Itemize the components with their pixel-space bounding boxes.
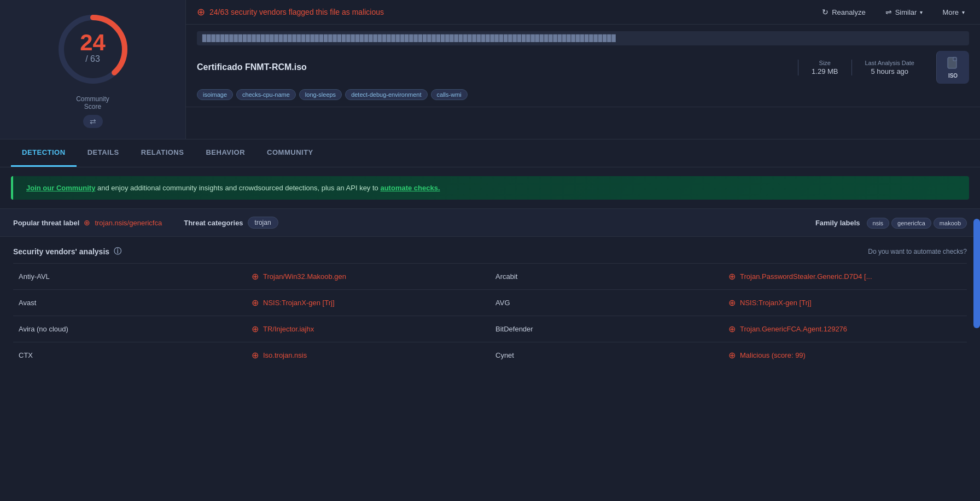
vendor-name-left: CTX [13,351,252,359]
score-text: 24 / 63 [80,31,106,64]
top-bar: 24 / 63 CommunityScore ⇄ ⊕ 24/63 securit… [0,0,980,139]
similar-button[interactable]: ⇌ Similar ▾ [881,5,928,19]
warning-icon: ⊕ [728,298,736,308]
warning-icon: ⊕ [728,324,736,334]
vendor-detection-text-right: Trojan.GenericFCA.Agent.129276 [740,325,847,333]
tab-detection[interactable]: DETECTION [11,139,77,167]
file-details: ████████████████████████████████████████… [186,25,980,107]
reanalyze-button[interactable]: ↻ Reanalyze [818,5,870,19]
automate-checks-link[interactable]: automate checks. [380,184,440,192]
banner-text1: and enjoy additional community insights … [97,184,380,192]
warning-icon: ⊕ [252,350,259,360]
tab-behavior[interactable]: BEHAVIOR [195,139,256,167]
vendor-name-right: Arcabit [490,272,728,281]
file-size-value: 1.29 MB [812,67,838,75]
vendor-detection-left: ⊕ NSIS:TrojanX-gen [Trj] [252,298,490,308]
alert-text: 24/63 security vendors flagged this file… [209,8,384,16]
similar-label: Similar [895,8,917,16]
tab-relations[interactable]: RELATIONS [130,139,195,167]
vendor-row: Avast ⊕ NSIS:TrojanX-gen [Trj] AVG ⊕ NSI… [13,289,967,316]
vendor-detection-text-right: Malicious (score: 99) [740,351,806,359]
file-meta-row: Certificado FNMT-RCM.iso Size 1.29 MB La… [197,51,969,84]
warning-icon: ⊕ [728,350,736,360]
vendor-detection-text-left: TR/Injector.iajhx [263,325,314,333]
vendor-detection-right: ⊕ Trojan.GenericFCA.Agent.129276 [728,324,967,334]
warning-icon: ⊕ [728,271,736,282]
threat-categories-group: Threat categories trojan [184,217,278,229]
vendor-name-left: Avira (no cloud) [13,325,252,333]
file-stats: Size 1.29 MB Last Analysis Date 5 hours … [798,51,969,84]
reanalyze-label: Reanalyze [832,8,865,16]
vendors-info-icon[interactable]: ⓘ [114,247,121,257]
alert-left: ⊕ 24/63 security vendors flagged this fi… [197,6,384,18]
reanalyze-icon: ↻ [822,8,829,16]
vendor-row: Avira (no cloud) ⊕ TR/Injector.iajhx Bit… [13,316,967,342]
popular-label-value: trojan.nsis/genericfca [95,219,162,227]
categories-key: Threat categories [184,219,243,227]
more-button[interactable]: More ▾ [938,6,969,19]
similar-icon: ⇌ [885,8,892,16]
vendor-detection-left: ⊕ TR/Injector.iajhx [252,324,490,334]
alert-bar: ⊕ 24/63 security vendors flagged this fi… [186,0,980,25]
alert-right: ↻ Reanalyze ⇌ Similar ▾ More ▾ [818,5,969,19]
svg-rect-3 [953,57,956,61]
community-score-label: CommunityScore [76,95,109,110]
vendor-detection-left: ⊕ Trojan/Win32.Makoob.gen [252,271,490,282]
family-badges: nsisgenericfcamakoob [865,219,967,227]
file-info-panel: ⊕ 24/63 security vendors flagged this fi… [186,0,980,139]
vendors-title-text: Security vendors' analysis [13,247,109,256]
vendor-detection-text-right: NSIS:TrojanX-gen [Trj] [740,299,812,307]
file-tag: isoimage [197,89,233,100]
vendor-name-right: Cynet [490,351,728,359]
score-denominator: / 63 [80,54,106,64]
vendor-detection-right: ⊕ NSIS:TrojanX-gen [Trj] [728,298,967,308]
threat-info-bar: Popular threat label ⊕ trojan.nsis/gener… [0,208,980,237]
file-size-block: Size 1.29 MB [798,60,851,75]
vendor-detection-text-left: Iso.trojan.nsis [263,351,307,359]
community-icon-btn[interactable]: ⇄ [83,115,103,128]
score-panel: 24 / 63 CommunityScore ⇄ [0,0,186,139]
nav-tabs: DETECTIONDETAILSRELATIONSBEHAVIORCOMMUNI… [0,139,980,167]
file-date-block: Last Analysis Date 5 hours ago [851,60,928,75]
family-key: Family labels [815,219,860,227]
file-type-icon: ISO [936,51,969,84]
file-tag: calls-wmi [431,89,468,100]
popular-label-warning-icon: ⊕ [84,218,90,227]
tab-community[interactable]: COMMUNITY [256,139,324,167]
family-badge: genericfca [891,218,931,229]
file-date-label: Last Analysis Date [865,60,915,66]
vendor-row: CTX ⊕ Iso.trojan.nsis Cynet ⊕ Malicious … [13,342,967,368]
similar-chevron: ▾ [920,9,923,15]
vendor-detection-right: ⊕ Malicious (score: 99) [728,350,967,360]
file-tag: long-sleeps [299,89,342,100]
vendor-detection-text-right: Trojan.PasswordStealer.Generic.D7D4 [... [740,272,872,281]
vendor-name-left: Avast [13,299,252,307]
scrollbar[interactable] [973,219,980,328]
family-badge: nsis [867,218,890,229]
warning-icon: ⊕ [252,324,259,334]
score-number: 24 [80,31,106,54]
community-banner: Join our Community and enjoy additional … [11,176,969,200]
vendor-name-right: AVG [490,299,728,307]
tab-details[interactable]: DETAILS [77,139,130,167]
family-labels-group: Family labels nsisgenericfcamakoob [815,219,967,227]
vendor-detection-right: ⊕ Trojan.PasswordStealer.Generic.D7D4 [.… [728,271,967,282]
vendor-detection-left: ⊕ Iso.trojan.nsis [252,350,490,360]
vendor-detection-text-left: Trojan/Win32.Makoob.gen [263,272,346,281]
more-chevron: ▾ [962,9,965,15]
file-size-label: Size [812,60,838,66]
vendors-automate-text: Do you want to automate checks? [868,248,967,255]
file-hash[interactable]: ████████████████████████████████████████… [197,31,969,45]
file-icon-text: ISO [948,73,958,79]
file-tag: checks-cpu-name [236,89,296,100]
file-svg-icon [946,56,961,72]
family-badge: makoob [934,218,967,229]
alert-icon: ⊕ [197,6,205,18]
vendor-row: Antiy-AVL ⊕ Trojan/Win32.Makoob.gen Arca… [13,263,967,289]
warning-icon: ⊕ [252,271,259,282]
vendors-section: Security vendors' analysis ⓘ Do you want… [0,238,980,368]
join-community-link[interactable]: Join our Community [26,184,95,192]
file-tags: isoimagechecks-cpu-namelong-sleepsdetect… [197,89,969,100]
vendor-detection-text-left: NSIS:TrojanX-gen [Trj] [263,299,335,307]
warning-icon: ⊕ [252,298,259,308]
